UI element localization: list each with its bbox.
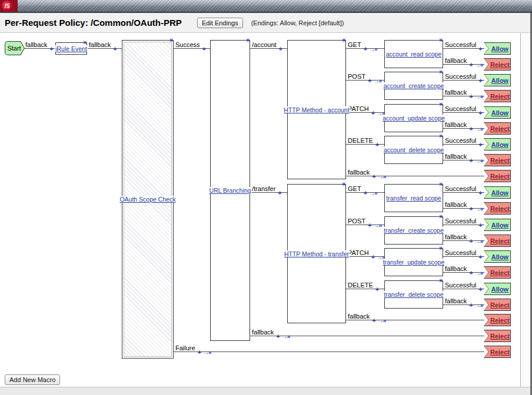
ending-reject[interactable]: Reject — [484, 202, 511, 215]
add-action-plus-icon[interactable]: + — [478, 189, 482, 196]
ending-allow[interactable]: Allow — [484, 138, 511, 150]
ending-reject-label[interactable]: Reject — [489, 314, 511, 326]
ending-reject-label[interactable]: Reject — [489, 58, 511, 71]
add-action-plus-icon[interactable]: + — [278, 189, 281, 196]
ending-reject-label[interactable]: Reject — [489, 154, 511, 166]
add-action-plus-icon[interactable]: + — [371, 109, 375, 116]
add-action-plus-icon[interactable]: + — [478, 253, 482, 260]
right-scroll-track[interactable] — [520, 33, 530, 387]
transfer-create-scope-label[interactable]: transfer_create scope — [383, 227, 444, 234]
add-action-plus-icon[interactable]: + — [469, 237, 473, 245]
ending-reject[interactable]: Reject — [484, 122, 511, 135]
ending-reject[interactable]: Reject — [484, 299, 511, 311]
account-create-scope-label[interactable]: account_create scope — [383, 82, 445, 89]
close-icon[interactable]: × — [342, 38, 345, 43]
add-action-plus-icon[interactable]: + — [202, 45, 206, 52]
ending-reject[interactable]: Reject — [484, 266, 511, 279]
ending-reject[interactable]: Reject — [484, 90, 511, 102]
add-new-macro-button[interactable]: Add New Macro — [5, 374, 60, 385]
ending-reject-label[interactable]: Reject — [489, 170, 511, 182]
close-icon[interactable]: × — [439, 182, 443, 188]
ending-reject-label[interactable]: Reject — [489, 330, 511, 342]
ending-allow-label[interactable]: Allow — [489, 42, 511, 55]
account-update-scope-label[interactable]: account_update scope — [382, 115, 445, 122]
ending-reject-label[interactable]: Reject — [489, 346, 511, 358]
add-action-plus-icon[interactable]: + — [478, 222, 482, 229]
close-icon[interactable]: × — [439, 69, 443, 75]
ending-allow[interactable]: Allow — [484, 250, 511, 263]
close-icon[interactable]: × — [439, 278, 443, 284]
ending-reject-label[interactable]: Reject — [489, 299, 511, 311]
ending-reject[interactable]: Reject — [484, 235, 511, 247]
close-icon[interactable]: × — [439, 246, 443, 252]
add-action-plus-icon[interactable]: + — [478, 141, 482, 148]
close-icon[interactable]: × — [439, 214, 443, 220]
close-icon[interactable]: × — [83, 40, 87, 46]
add-action-plus-icon[interactable]: + — [478, 109, 482, 116]
add-action-plus-icon[interactable]: + — [469, 125, 473, 132]
transfer-read-scope-label[interactable]: transfer_read scope — [385, 195, 441, 202]
ending-allow[interactable]: Allow — [484, 106, 511, 119]
add-action-plus-icon[interactable]: + — [469, 269, 473, 276]
add-action-plus-icon[interactable]: + — [478, 45, 482, 52]
edit-endings-button[interactable]: Edit Endings — [197, 18, 243, 28]
add-action-plus-icon[interactable]: + — [469, 61, 473, 68]
ending-reject-label[interactable]: Reject — [489, 122, 511, 135]
add-action-plus-icon[interactable]: + — [478, 286, 482, 293]
close-icon[interactable]: × — [169, 38, 173, 43]
add-action-plus-icon[interactable]: + — [198, 349, 201, 356]
ending-allow-label[interactable]: Allow — [489, 106, 511, 119]
add-action-plus-icon[interactable]: + — [372, 317, 375, 324]
add-action-plus-icon[interactable]: + — [469, 93, 473, 100]
add-action-plus-icon[interactable]: + — [368, 77, 371, 84]
url-branching-label[interactable]: URL Branching — [209, 187, 252, 194]
transfer-update-scope-label[interactable]: transfer_update scope — [383, 259, 445, 266]
ending-reject[interactable]: Reject — [484, 154, 511, 166]
add-action-plus-icon[interactable]: + — [364, 189, 367, 196]
add-action-plus-icon[interactable]: + — [375, 141, 379, 148]
add-action-plus-icon[interactable]: + — [368, 222, 371, 229]
close-icon[interactable]: × — [246, 38, 250, 43]
add-action-plus-icon[interactable]: + — [49, 45, 53, 52]
ending-allow-label[interactable]: Allow — [489, 186, 511, 199]
ending-reject-label[interactable]: Reject — [489, 90, 511, 102]
http-method-transfer-label[interactable]: HTTP Method - transfer — [284, 250, 350, 257]
add-action-plus-icon[interactable]: + — [113, 45, 117, 52]
add-action-plus-icon[interactable]: + — [469, 302, 473, 309]
ending-allow[interactable]: Allow — [484, 283, 511, 295]
ending-allow-label[interactable]: Allow — [489, 250, 511, 263]
http-method-account-label[interactable]: HTTP Method - account — [283, 106, 350, 113]
irule-event-label[interactable]: iRule Event — [55, 45, 88, 52]
ending-reject[interactable]: Reject — [484, 58, 511, 71]
add-action-plus-icon[interactable]: + — [375, 286, 379, 293]
add-action-plus-icon[interactable]: + — [469, 205, 473, 212]
ending-reject-label[interactable]: Reject — [489, 266, 511, 279]
ending-reject[interactable]: Reject — [484, 314, 511, 326]
oauth-scope-check-label[interactable]: OAuth Scope Check — [119, 196, 176, 203]
ending-allow[interactable]: Allow — [484, 42, 511, 55]
add-action-plus-icon[interactable]: + — [469, 157, 473, 164]
add-action-plus-icon[interactable]: + — [478, 77, 482, 84]
ending-allow[interactable]: Allow — [484, 74, 511, 86]
ending-reject[interactable]: Reject — [484, 330, 511, 342]
ending-reject-label[interactable]: Reject — [489, 235, 511, 247]
ending-reject-label[interactable]: Reject — [489, 202, 511, 215]
ending-allow-label[interactable]: Allow — [489, 138, 511, 150]
close-icon[interactable]: × — [439, 133, 443, 139]
transfer-delete-scope-label[interactable]: transfer_delete scope — [384, 291, 444, 298]
account-delete-scope-label[interactable]: account_delete scope — [383, 146, 444, 153]
add-action-plus-icon[interactable]: + — [364, 45, 367, 52]
close-icon[interactable]: × — [439, 38, 443, 43]
ending-allow-label[interactable]: Allow — [489, 283, 511, 295]
add-action-plus-icon[interactable]: + — [371, 253, 375, 260]
close-icon[interactable]: × — [342, 182, 345, 188]
ending-reject[interactable]: Reject — [484, 346, 511, 358]
ending-allow-label[interactable]: Allow — [489, 219, 511, 231]
close-icon[interactable]: × — [439, 102, 443, 108]
ending-allow-label[interactable]: Allow — [489, 74, 511, 86]
add-action-plus-icon[interactable]: + — [276, 333, 280, 340]
account-read-scope-label[interactable]: account_read scope — [385, 51, 443, 58]
ending-reject[interactable]: Reject — [484, 170, 511, 182]
add-action-plus-icon[interactable]: + — [372, 173, 375, 180]
ending-allow[interactable]: Allow — [484, 219, 511, 231]
